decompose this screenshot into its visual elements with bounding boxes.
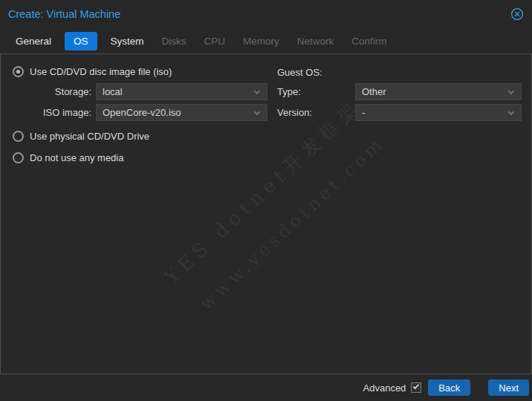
iso-image-select[interactable]: OpenCore-v20.iso	[96, 104, 267, 121]
tab-general[interactable]: General	[7, 32, 60, 50]
tab-memory: Memory	[234, 32, 288, 50]
tab-network: Network	[288, 32, 343, 50]
title-bar: Create: Virtual Machine	[0, 0, 532, 28]
close-icon[interactable]	[510, 7, 524, 21]
radio-physical-drive-label: Use physical CD/DVD Drive	[30, 131, 149, 142]
radio-use-iso-label: Use CD/DVD disc image file (iso)	[30, 66, 172, 77]
chevron-down-icon	[254, 88, 260, 94]
type-value: Other	[362, 86, 386, 97]
radio-physical-drive[interactable]	[13, 131, 24, 142]
option-no-media[interactable]: Do not use any media	[13, 151, 123, 164]
version-value: -	[362, 107, 365, 118]
guest-os-heading: Guest OS:	[277, 67, 322, 78]
version-select[interactable]: -	[355, 104, 522, 121]
tab-confirm: Confirm	[343, 32, 395, 50]
type-label: Type:	[277, 83, 344, 100]
radio-no-media[interactable]	[13, 152, 24, 163]
chevron-down-icon	[254, 109, 260, 115]
chevron-down-icon	[508, 88, 514, 94]
watermark-line1: YES dotnet开发框架	[159, 94, 367, 290]
footer-bar: Advanced Back Next	[0, 374, 532, 401]
radio-use-iso[interactable]	[13, 66, 24, 77]
tab-os[interactable]: OS	[65, 32, 97, 50]
radio-no-media-label: Do not use any media	[30, 152, 123, 163]
watermark-line2: www.yesdotnet.com	[196, 133, 389, 315]
os-form-panel: YES dotnet开发框架 www.yesdotnet.com Use CD/…	[0, 53, 532, 374]
chevron-down-icon	[508, 109, 514, 115]
next-button[interactable]: Next	[488, 379, 529, 396]
version-label: Version:	[277, 104, 344, 121]
dialog-title: Create: Virtual Machine	[8, 8, 120, 20]
iso-image-label: ISO image:	[23, 104, 91, 121]
advanced-checkbox[interactable]	[411, 382, 421, 393]
storage-value: local	[103, 86, 123, 97]
iso-image-value: OpenCore-v20.iso	[103, 107, 181, 118]
type-select[interactable]: Other	[355, 83, 522, 100]
checkmark-icon	[413, 383, 419, 389]
option-physical-drive[interactable]: Use physical CD/DVD Drive	[13, 130, 149, 143]
tab-cpu: CPU	[195, 32, 235, 50]
back-button[interactable]: Back	[428, 379, 470, 396]
advanced-label: Advanced	[363, 382, 406, 394]
wizard-tab-bar: General OS System Disks CPU Memory Netwo…	[0, 28, 532, 53]
tab-system[interactable]: System	[102, 32, 153, 50]
tab-disks: Disks	[153, 32, 195, 50]
storage-label: Storage:	[23, 83, 91, 100]
create-vm-dialog: Create: Virtual Machine General OS Syste…	[0, 0, 532, 401]
storage-select[interactable]: local	[96, 83, 267, 100]
option-use-iso[interactable]: Use CD/DVD disc image file (iso)	[13, 65, 172, 78]
